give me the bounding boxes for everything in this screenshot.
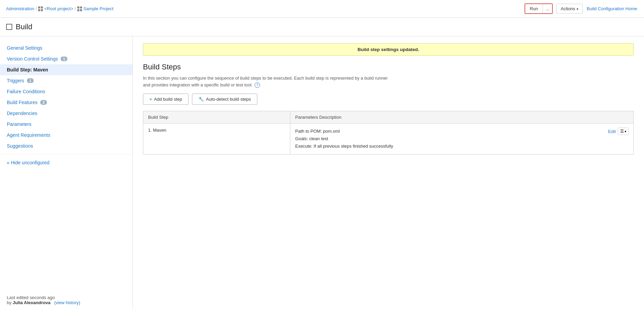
build-icon bbox=[6, 24, 12, 30]
section-desc-1: In this section you can configure the se… bbox=[143, 76, 388, 81]
sidebar-label-parameters: Parameters bbox=[7, 121, 31, 127]
step-menu-chevron-icon bbox=[625, 129, 626, 134]
run-more-button[interactable]: ... bbox=[543, 4, 552, 13]
help-icon[interactable]: ? bbox=[255, 82, 260, 88]
sidebar-label-general-settings: General Settings bbox=[7, 45, 42, 51]
sidebar-item-vcs[interactable]: Version Control Settings 1 bbox=[0, 53, 132, 64]
config-home-button[interactable]: Build Configuration Home bbox=[586, 4, 638, 13]
sidebar-badge-vcs: 1 bbox=[61, 56, 67, 61]
sidebar-label-build-step-maven: Build Step: Maven bbox=[7, 67, 48, 72]
page-title-bar: Build bbox=[0, 18, 644, 36]
sidebar-item-suggestions[interactable]: Suggestions bbox=[0, 141, 132, 151]
section-title: Build Steps bbox=[143, 63, 634, 71]
actions-chevron-icon bbox=[577, 6, 578, 11]
sidebar-label-build-features: Build Features bbox=[7, 100, 37, 105]
params-actions: Edit ☰ bbox=[608, 128, 629, 135]
author-name: Julia Alexandrova bbox=[13, 300, 50, 305]
sep1: / bbox=[35, 6, 37, 11]
actions-label: Actions bbox=[561, 6, 575, 11]
sidebar-item-build-features[interactable]: Build Features 2 bbox=[0, 97, 132, 108]
notification-banner: Build step settings updated. bbox=[143, 43, 634, 56]
sidebar: General Settings Version Control Setting… bbox=[0, 36, 133, 174]
params-text: Path to POM: pom.xml Goals: clean test E… bbox=[295, 128, 608, 150]
last-edited-prefix: Last edited bbox=[7, 295, 29, 300]
sidebar-item-general-settings[interactable]: General Settings bbox=[0, 43, 132, 53]
sidebar-label-dependencies: Dependencies bbox=[7, 111, 37, 116]
breadcrumb: Administration / <Root project> / Sample… bbox=[6, 6, 113, 11]
by-prefix: by bbox=[7, 300, 13, 305]
autodetect-icon: 🔧 bbox=[198, 97, 204, 102]
sidebar-label-vcs: Version Control Settings bbox=[7, 56, 58, 62]
content-area: Build step settings updated. Build Steps… bbox=[133, 36, 644, 309]
grid-icon-root bbox=[38, 6, 43, 11]
section-desc-2: and provides integration with a specific… bbox=[143, 82, 253, 87]
top-bar: Administration / <Root project> / Sample… bbox=[0, 0, 644, 18]
run-group: Run ... bbox=[525, 3, 553, 14]
svg-rect-3 bbox=[41, 9, 43, 11]
param-goals: Goals: clean test bbox=[295, 135, 608, 143]
sidebar-label-failure-conditions: Failure Conditions bbox=[7, 89, 45, 94]
breadcrumb-admin[interactable]: Administration bbox=[6, 6, 34, 11]
page-title: Build bbox=[16, 22, 32, 31]
col-header-build-step: Build Step bbox=[143, 111, 290, 123]
table-cell-params: Path to POM: pom.xml Goals: clean test E… bbox=[290, 123, 634, 154]
svg-rect-4 bbox=[77, 6, 79, 9]
step-name: 1. Maven bbox=[148, 128, 166, 133]
sep2: / bbox=[75, 6, 76, 11]
build-steps-table: Build Step Parameters Description 1. Mav… bbox=[143, 111, 634, 154]
svg-rect-2 bbox=[38, 9, 40, 11]
step-menu-button[interactable]: ☰ bbox=[618, 128, 629, 135]
params-row: Path to POM: pom.xml Goals: clean test E… bbox=[295, 128, 629, 150]
add-build-step-button[interactable]: + Add build step bbox=[143, 94, 189, 105]
sidebar-item-dependencies[interactable]: Dependencies bbox=[0, 108, 132, 119]
sidebar-label-triggers: Triggers bbox=[7, 78, 24, 83]
last-edited-time: seconds ago bbox=[30, 295, 55, 300]
notification-message: Build step settings updated. bbox=[358, 47, 419, 52]
sidebar-label-suggestions: Suggestions bbox=[7, 143, 33, 149]
sidebar-label-hide-unconfigured: « Hide unconfigured bbox=[7, 160, 49, 165]
top-actions: Run ... Actions Build Configuration Home bbox=[525, 3, 638, 14]
sidebar-item-build-step-maven: Build Step: Maven bbox=[0, 64, 132, 75]
sidebar-item-parameters[interactable]: Parameters bbox=[0, 119, 132, 130]
table-header-row: Build Step Parameters Description bbox=[143, 111, 634, 123]
sidebar-item-failure-conditions[interactable]: Failure Conditions bbox=[0, 86, 132, 97]
sidebar-badge-triggers: 1 bbox=[27, 78, 34, 83]
sidebar-item-triggers[interactable]: Triggers 1 bbox=[0, 75, 132, 86]
edit-step-button[interactable]: Edit bbox=[608, 129, 616, 134]
sidebar-divider bbox=[0, 154, 132, 154]
actions-button[interactable]: Actions bbox=[556, 4, 583, 14]
sidebar-item-agent-requirements[interactable]: Agent Requirements bbox=[0, 130, 132, 141]
autodetect-label: Auto-detect build steps bbox=[206, 97, 251, 102]
sidebar-badge-build-features: 2 bbox=[40, 100, 47, 105]
breadcrumb-sample-project[interactable]: Sample Project bbox=[83, 6, 113, 11]
sidebar-wrapper: General Settings Version Control Setting… bbox=[0, 36, 133, 309]
step-menu-lines-icon: ☰ bbox=[620, 129, 624, 134]
add-step-label: Add build step bbox=[154, 97, 182, 102]
table-cell-step-name: 1. Maven bbox=[143, 123, 290, 154]
svg-rect-6 bbox=[77, 9, 79, 11]
sidebar-footer: Last edited seconds ago by Julia Alexand… bbox=[0, 288, 133, 309]
param-execute: Execute: If all previous steps finished … bbox=[295, 143, 608, 150]
sidebar-item-hide-unconfigured[interactable]: « Hide unconfigured bbox=[0, 157, 132, 168]
view-history-link[interactable]: (view history) bbox=[54, 300, 80, 305]
run-button[interactable]: Run bbox=[525, 4, 543, 13]
svg-rect-5 bbox=[80, 6, 82, 9]
autodetect-build-steps-button[interactable]: 🔧 Auto-detect build steps bbox=[192, 94, 257, 105]
svg-rect-1 bbox=[41, 6, 43, 9]
breadcrumb-root-project[interactable]: <Root project> bbox=[44, 6, 73, 11]
svg-rect-7 bbox=[80, 9, 82, 11]
main-layout: General Settings Version Control Setting… bbox=[0, 36, 644, 309]
add-step-icon: + bbox=[149, 97, 152, 102]
grid-icon-sample bbox=[77, 6, 82, 11]
action-row: + Add build step 🔧 Auto-detect build ste… bbox=[143, 94, 634, 105]
sidebar-label-agent-requirements: Agent Requirements bbox=[7, 132, 50, 138]
section-description: In this section you can configure the se… bbox=[143, 75, 634, 88]
svg-rect-0 bbox=[38, 6, 40, 9]
table-row: 1. Maven Path to POM: pom.xml Goals: cle… bbox=[143, 123, 634, 154]
param-path-to-pom: Path to POM: pom.xml bbox=[295, 128, 608, 135]
col-header-params: Parameters Description bbox=[290, 111, 634, 123]
